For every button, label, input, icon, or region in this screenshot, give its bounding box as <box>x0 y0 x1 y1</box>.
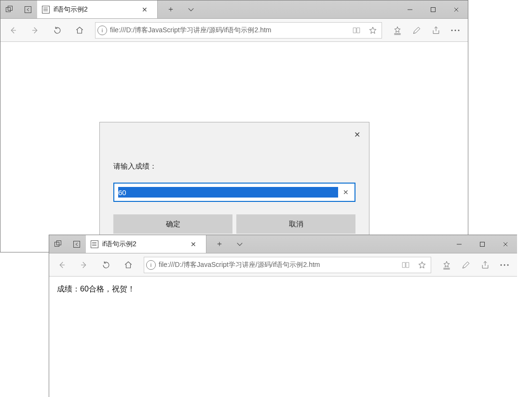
page-icon <box>91 240 98 248</box>
browser-window-1: if语句示例2 ✕ ＋ i file:///D:/博客JavaScript学习讲… <box>0 0 468 252</box>
more-icon[interactable] <box>495 264 514 266</box>
more-icon[interactable] <box>446 29 465 32</box>
titlebar-left <box>49 235 86 253</box>
share-icon[interactable] <box>426 26 446 35</box>
cancel-button[interactable]: 取消 <box>236 214 355 234</box>
page-icon <box>42 6 50 13</box>
forward-button[interactable] <box>74 255 94 275</box>
url-text: file:///D:/博客JavaScript学习讲座/源码/if语句示例2.h… <box>110 26 347 35</box>
titlebar: if语句示例2 ✕ ＋ <box>49 235 517 253</box>
result-text: 成绩：60合格，祝贺！ <box>57 284 509 294</box>
url-text: file:///D:/博客JavaScript学习讲座/源码/if语句示例2.h… <box>159 261 396 269</box>
prompt-input[interactable] <box>118 187 338 198</box>
tab-menu-button[interactable] <box>181 6 201 13</box>
titlebar-tab-controls: ＋ <box>161 0 201 18</box>
back-button[interactable] <box>3 21 23 40</box>
site-info-icon[interactable]: i <box>97 26 107 35</box>
tab-close-button[interactable]: ✕ <box>187 240 200 248</box>
svg-point-9 <box>451 29 453 31</box>
address-bar[interactable]: i file:///D:/博客JavaScript学习讲座/源码/if语句示例2… <box>95 22 382 39</box>
new-tab-button[interactable]: ＋ <box>161 4 181 14</box>
active-tab[interactable]: if语句示例2 ✕ <box>37 0 158 18</box>
forward-button[interactable] <box>26 21 45 40</box>
prompt-dialog: ✕ 请输入成绩： ✕ 确定 取消 <box>99 122 369 247</box>
dialog-buttons: 确定 取消 <box>113 214 355 234</box>
share-icon[interactable] <box>476 260 495 270</box>
svg-rect-2 <box>25 6 31 13</box>
toolbar-right <box>437 260 514 270</box>
refresh-button[interactable] <box>48 21 67 40</box>
notes-icon[interactable] <box>407 26 426 35</box>
favorites-list-icon[interactable] <box>437 260 456 270</box>
home-button[interactable] <box>119 255 138 275</box>
reading-view-icon[interactable] <box>350 26 363 35</box>
close-window-button[interactable] <box>445 0 468 18</box>
favorites-list-icon[interactable] <box>388 26 407 35</box>
minimize-button[interactable] <box>448 235 471 253</box>
tab-menu-button[interactable] <box>230 241 250 248</box>
toolbar: i file:///D:/博客JavaScript学习讲座/源码/if语句示例2… <box>49 253 517 277</box>
prompt-input-wrap: ✕ <box>113 183 355 202</box>
refresh-button[interactable] <box>96 255 116 275</box>
window-controls <box>398 0 468 18</box>
svg-point-21 <box>501 264 502 265</box>
prompt-label: 请输入成绩： <box>113 162 355 171</box>
window-controls <box>448 235 517 253</box>
tab-actions-icon[interactable] <box>0 6 19 13</box>
svg-point-10 <box>455 29 456 31</box>
page-content: 成绩：60合格，祝贺！ <box>49 277 517 397</box>
svg-point-23 <box>507 264 509 265</box>
svg-point-11 <box>458 29 460 31</box>
new-tab-button[interactable]: ＋ <box>209 239 230 249</box>
toolbar: i file:///D:/博客JavaScript学习讲座/源码/if语句示例2… <box>0 19 468 42</box>
minimize-button[interactable] <box>398 0 422 18</box>
tab-actions-icon[interactable] <box>49 240 68 248</box>
tab-close-button[interactable]: ✕ <box>138 6 151 13</box>
ok-button[interactable]: 确定 <box>113 214 232 234</box>
site-info-icon[interactable]: i <box>146 260 156 270</box>
dialog-close-button[interactable]: ✕ <box>354 130 360 139</box>
titlebar: if语句示例2 ✕ ＋ <box>0 0 468 19</box>
titlebar-left <box>0 0 37 18</box>
set-aside-icon[interactable] <box>19 6 37 13</box>
address-bar[interactable]: i file:///D:/博客JavaScript学习讲座/源码/if语句示例2… <box>144 257 431 273</box>
reading-view-icon[interactable] <box>399 261 412 269</box>
svg-rect-16 <box>480 242 485 246</box>
browser-window-2: if语句示例2 ✕ ＋ i file:///D:/博客JavaScript学习讲… <box>49 235 517 397</box>
toolbar-right <box>388 26 465 35</box>
svg-rect-14 <box>74 241 80 247</box>
favorite-icon[interactable] <box>366 26 380 35</box>
svg-rect-4 <box>431 7 436 12</box>
back-button[interactable] <box>52 255 71 275</box>
close-window-button[interactable] <box>494 235 517 253</box>
home-button[interactable] <box>70 21 89 40</box>
maximize-button[interactable] <box>471 235 494 253</box>
tab-title: if语句示例2 <box>54 5 134 14</box>
set-aside-icon[interactable] <box>68 240 86 248</box>
notes-icon[interactable] <box>456 260 476 270</box>
maximize-button[interactable] <box>422 0 445 18</box>
tab-title: if语句示例2 <box>102 240 183 249</box>
titlebar-tab-controls: ＋ <box>209 235 250 253</box>
page-content: ✕ 请输入成绩： ✕ 确定 取消 <box>0 42 468 252</box>
favorite-icon[interactable] <box>415 261 429 269</box>
active-tab[interactable]: if语句示例2 ✕ <box>86 235 206 253</box>
svg-point-22 <box>504 264 505 265</box>
input-clear-icon[interactable]: ✕ <box>341 188 351 196</box>
